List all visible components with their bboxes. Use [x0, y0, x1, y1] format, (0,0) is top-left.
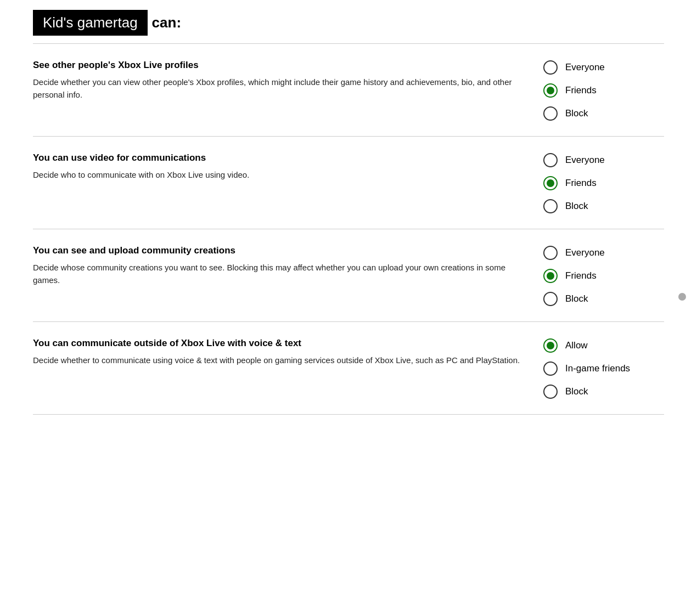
section-left-see-profiles: See other people's Xbox Live profilesDec…	[33, 59, 543, 101]
radio-circle-video-communications-everyone[interactable]	[543, 153, 558, 167]
radio-circle-outside-xbox-in-game-friends[interactable]	[543, 361, 558, 376]
section-title-community-creations: You can see and upload community creatio…	[33, 245, 521, 257]
section-desc-see-profiles: Decide whether you can view other people…	[33, 76, 521, 101]
radio-option-outside-xbox-block[interactable]: Block	[543, 385, 664, 399]
section-outside-xbox: You can communicate outside of Xbox Live…	[33, 322, 664, 415]
section-left-outside-xbox: You can communicate outside of Xbox Live…	[33, 337, 543, 366]
radio-option-outside-xbox-in-game-friends[interactable]: In-game friends	[543, 361, 664, 376]
radio-option-see-profiles-block[interactable]: Block	[543, 106, 664, 121]
section-desc-community-creations: Decide whose community creations you wan…	[33, 261, 521, 287]
radio-circle-see-profiles-friends[interactable]	[543, 83, 558, 98]
radio-option-outside-xbox-allow[interactable]: Allow	[543, 338, 664, 353]
radio-label-outside-xbox-allow: Allow	[565, 340, 588, 352]
radio-option-video-communications-block[interactable]: Block	[543, 199, 664, 213]
radio-label-video-communications-everyone: Everyone	[565, 154, 605, 166]
section-see-profiles: See other people's Xbox Live profilesDec…	[33, 44, 664, 137]
radio-circle-outside-xbox-block[interactable]	[543, 385, 558, 399]
header-title: Kid's gamertag	[33, 10, 148, 36]
radio-inner-community-creations-friends	[547, 272, 554, 280]
header-can-label: can:	[152, 14, 181, 31]
section-title-see-profiles: See other people's Xbox Live profiles	[33, 59, 521, 71]
radio-inner-video-communications-friends	[547, 179, 554, 187]
radio-circle-community-creations-everyone[interactable]	[543, 246, 558, 260]
section-left-video-communications: You can use video for communicationsDeci…	[33, 152, 543, 181]
radio-option-see-profiles-everyone[interactable]: Everyone	[543, 60, 664, 75]
section-community-creations: You can see and upload community creatio…	[33, 229, 664, 322]
radio-inner-see-profiles-friends	[547, 87, 554, 94]
header: Kid's gamertag can:	[33, 0, 664, 44]
radio-circle-community-creations-block[interactable]	[543, 292, 558, 306]
section-title-video-communications: You can use video for communications	[33, 152, 521, 164]
radio-label-see-profiles-block: Block	[565, 108, 588, 120]
radio-option-community-creations-block[interactable]: Block	[543, 292, 664, 306]
section-desc-outside-xbox: Decide whether to communicate using voic…	[33, 354, 521, 366]
radio-label-video-communications-friends: Friends	[565, 177, 597, 189]
radio-option-community-creations-everyone[interactable]: Everyone	[543, 246, 664, 260]
radio-label-outside-xbox-block: Block	[565, 386, 588, 398]
scrollbar-indicator[interactable]	[678, 293, 686, 301]
section-right-see-profiles: EveryoneFriendsBlock	[543, 59, 664, 121]
section-right-video-communications: EveryoneFriendsBlock	[543, 152, 664, 213]
radio-option-community-creations-friends[interactable]: Friends	[543, 269, 664, 283]
section-video-communications: You can use video for communicationsDeci…	[33, 137, 664, 229]
radio-circle-outside-xbox-allow[interactable]	[543, 338, 558, 353]
radio-circle-see-profiles-block[interactable]	[543, 106, 558, 121]
radio-label-community-creations-everyone: Everyone	[565, 247, 605, 259]
radio-label-community-creations-friends: Friends	[565, 270, 597, 282]
radio-inner-outside-xbox-allow	[547, 342, 554, 349]
radio-circle-video-communications-friends[interactable]	[543, 176, 558, 190]
sections-container: See other people's Xbox Live profilesDec…	[33, 44, 664, 415]
radio-label-outside-xbox-in-game-friends: In-game friends	[565, 363, 630, 375]
radio-option-see-profiles-friends[interactable]: Friends	[543, 83, 664, 98]
radio-label-see-profiles-friends: Friends	[565, 84, 597, 97]
section-right-community-creations: EveryoneFriendsBlock	[543, 245, 664, 306]
section-right-outside-xbox: AllowIn-game friendsBlock	[543, 337, 664, 399]
radio-label-community-creations-block: Block	[565, 293, 588, 305]
radio-label-see-profiles-everyone: Everyone	[565, 61, 605, 74]
radio-option-video-communications-friends[interactable]: Friends	[543, 176, 664, 190]
section-left-community-creations: You can see and upload community creatio…	[33, 245, 543, 287]
radio-option-video-communications-everyone[interactable]: Everyone	[543, 153, 664, 167]
radio-label-video-communications-block: Block	[565, 200, 588, 212]
radio-circle-video-communications-block[interactable]	[543, 199, 558, 213]
page-container: Kid's gamertag can: See other people's X…	[0, 0, 697, 415]
radio-circle-see-profiles-everyone[interactable]	[543, 60, 558, 75]
radio-circle-community-creations-friends[interactable]	[543, 269, 558, 283]
section-desc-video-communications: Decide who to communicate with on Xbox L…	[33, 168, 521, 181]
section-title-outside-xbox: You can communicate outside of Xbox Live…	[33, 337, 521, 349]
